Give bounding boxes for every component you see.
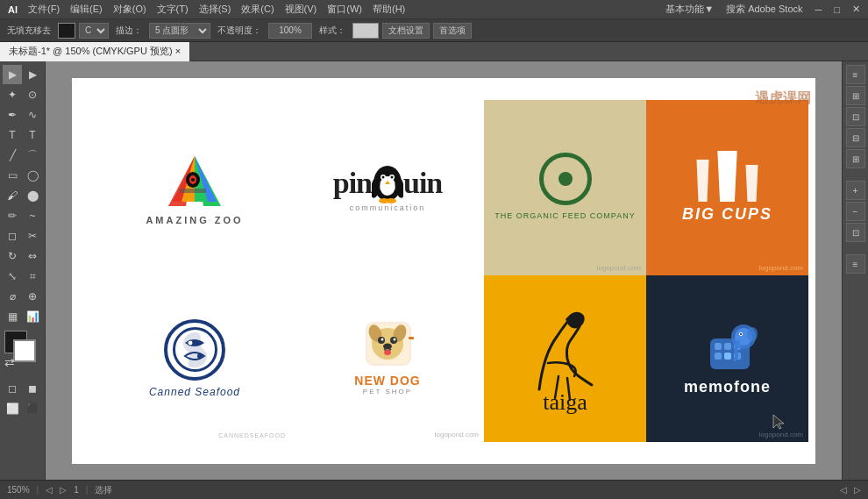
document-tab[interactable]: 未标题-1* @ 150% (CMYK/GPU 预览) × bbox=[0, 42, 190, 61]
menu-file[interactable]: 文件(F) bbox=[24, 3, 64, 16]
page-number: 1 bbox=[74, 485, 79, 495]
zoom-level: 150% bbox=[7, 485, 30, 495]
curvature-tool[interactable]: ∿ bbox=[23, 105, 42, 125]
artboard: AMAZING ZOO pin bbox=[72, 78, 815, 464]
zoom-in-btn[interactable]: + bbox=[846, 181, 865, 200]
svg-point-26 bbox=[197, 353, 203, 359]
organic-o-dot bbox=[559, 172, 573, 186]
amazing-zoo-icon bbox=[155, 149, 234, 215]
menu-view[interactable]: 视图(V) bbox=[281, 3, 322, 16]
fill-color-box[interactable] bbox=[58, 23, 75, 39]
color-boxes[interactable]: ⇄ bbox=[4, 331, 41, 367]
fit-page-btn[interactable]: ⊡ bbox=[846, 223, 865, 242]
reflect-tool[interactable]: ⇔ bbox=[23, 246, 42, 266]
menu-edit[interactable]: 编辑(E) bbox=[66, 3, 107, 16]
opacity-input[interactable] bbox=[268, 23, 312, 39]
magic-wand-tool[interactable]: ✦ bbox=[3, 85, 22, 104]
style-preview bbox=[352, 23, 379, 39]
doc-settings-btn[interactable]: 文档设置 bbox=[382, 23, 430, 39]
selection-tool[interactable]: ▶ bbox=[3, 65, 22, 84]
zoom-out-btn[interactable]: − bbox=[846, 202, 865, 221]
logo-taiga: taiga bbox=[484, 275, 646, 442]
shear-tool[interactable]: ⌗ bbox=[23, 267, 42, 286]
logo-amazing-zoo: AMAZING ZOO bbox=[98, 100, 291, 275]
warp-tool[interactable]: ⌀ bbox=[3, 287, 22, 306]
menu-bar: AI 文件(F) 编辑(E) 对象(O) 文字(T) 选择(S) 效果(C) 视… bbox=[0, 0, 868, 19]
svg-point-33 bbox=[381, 339, 383, 341]
arc-tool[interactable]: ⌒ bbox=[23, 146, 42, 165]
canvas-area: AMAZING ZOO pin bbox=[46, 61, 842, 480]
right-panel: ≡ ⊞ ⊡ ⊟ ⊞ + − ⊡ ≡ bbox=[842, 61, 868, 480]
preferences-btn[interactable]: 首选项 bbox=[433, 23, 472, 39]
menu-text[interactable]: 文字(T) bbox=[153, 3, 193, 16]
pencil-tool[interactable]: ✏ bbox=[3, 206, 22, 225]
smooth-tool[interactable]: ~ bbox=[23, 206, 42, 225]
svg-point-51 bbox=[747, 327, 758, 341]
adobe-stock-search[interactable]: 搜索 Adobe Stock bbox=[722, 3, 807, 16]
swap-colors[interactable]: ⇄ bbox=[4, 355, 15, 369]
paintbrush-tool[interactable]: 🖌 bbox=[3, 186, 22, 205]
rotate-tool[interactable]: ↻ bbox=[3, 246, 22, 266]
screen-mode[interactable]: ⬜ bbox=[3, 399, 22, 418]
blob-brush-tool[interactable]: ⬤ bbox=[23, 186, 42, 205]
pincuin-uin: uin bbox=[403, 167, 442, 200]
lasso-tool[interactable]: ⊙ bbox=[23, 85, 42, 104]
cursor bbox=[772, 414, 785, 433]
scale-tool[interactable]: ⤡ bbox=[3, 267, 22, 286]
properties-btn[interactable]: ⊞ bbox=[846, 86, 865, 105]
svg-point-11 bbox=[191, 178, 195, 182]
window-maximize[interactable]: □ bbox=[829, 4, 844, 15]
graph-tool[interactable]: ▦ bbox=[3, 307, 22, 326]
fullscreen-mode[interactable]: ⬛ bbox=[23, 399, 42, 418]
layers-btn[interactable]: ≡ bbox=[846, 65, 865, 84]
pathfinder-btn[interactable]: ⊞ bbox=[846, 149, 865, 168]
stroke-box[interactable] bbox=[13, 339, 36, 362]
canned-seafood-label: Canned Seafood bbox=[149, 386, 240, 398]
menu-object[interactable]: 对象(O) bbox=[109, 3, 151, 16]
menu-select[interactable]: 选择(S) bbox=[195, 3, 236, 16]
pincuin-tagline: communication bbox=[350, 203, 426, 212]
mask-mode[interactable]: ◼ bbox=[23, 379, 42, 398]
window-close[interactable]: ✕ bbox=[848, 4, 864, 15]
memofone-icon bbox=[693, 321, 763, 378]
ellipse-tool[interactable]: ◯ bbox=[23, 166, 42, 185]
touch-type-tool[interactable]: T bbox=[23, 125, 42, 145]
amazing-zoo-label: AMAZING ZOO bbox=[146, 215, 243, 225]
workspace-selector[interactable]: 基本功能▼ bbox=[661, 3, 718, 16]
normal-mode[interactable]: ◻ bbox=[3, 379, 22, 398]
main-layout: ▶ ▶ ✦ ⊙ ✒ ∿ T T ╱ ⌒ ▭ ◯ 🖌 ⬤ ✏ ~ bbox=[0, 61, 868, 480]
pincuin-logo-wrap: pin bbox=[333, 163, 443, 203]
window-minimize[interactable]: ─ bbox=[811, 4, 827, 15]
pen-tool[interactable]: ✒ bbox=[3, 105, 22, 125]
scissors-tool[interactable]: ✂ bbox=[23, 226, 42, 246]
logo-pincuin: pin bbox=[291, 100, 484, 275]
organic-feed-label: THE ORGANIC FEED COMPANY bbox=[494, 210, 635, 222]
organic-watermark: logopond.com bbox=[597, 264, 641, 272]
canned-circle bbox=[164, 319, 225, 381]
eraser-tool[interactable]: ◻ bbox=[3, 226, 22, 246]
stroke-width-select[interactable]: C bbox=[79, 23, 109, 39]
menu-window[interactable]: 窗口(W) bbox=[323, 3, 366, 16]
width-tool[interactable]: ⊕ bbox=[23, 287, 42, 306]
rect-tool[interactable]: ▭ bbox=[3, 166, 22, 185]
big-cups-icon bbox=[694, 151, 761, 202]
chart-tool[interactable]: 📊 bbox=[23, 307, 42, 326]
big-cups-label: BIG CUPS bbox=[682, 205, 772, 224]
menu-help[interactable]: 帮助(H) bbox=[368, 3, 409, 16]
app-icon[interactable]: AI bbox=[4, 4, 22, 15]
opacity-label: 不透明度： bbox=[214, 25, 265, 37]
pincuin-penguin bbox=[372, 163, 403, 203]
menu-effect[interactable]: 效果(C) bbox=[237, 3, 278, 16]
panel-expand-btn[interactable]: ≡ bbox=[846, 254, 865, 274]
tab-label: 未标题-1* @ 150% (CMYK/GPU 预览) × bbox=[9, 45, 181, 58]
svg-rect-45 bbox=[724, 353, 731, 360]
stroke-select[interactable]: 5 点圆形 bbox=[149, 23, 210, 39]
new-dog-subtitle: PET SHOP bbox=[363, 388, 412, 396]
line-tool[interactable]: ╱ bbox=[3, 146, 22, 165]
text-tool[interactable]: T bbox=[3, 125, 22, 145]
direct-selection-tool[interactable]: ▶ bbox=[23, 65, 42, 84]
align-btn[interactable]: ⊟ bbox=[846, 128, 865, 147]
taiga-label: taiga bbox=[543, 389, 587, 416]
transform-btn[interactable]: ⊡ bbox=[846, 107, 865, 126]
svg-marker-52 bbox=[773, 415, 784, 429]
